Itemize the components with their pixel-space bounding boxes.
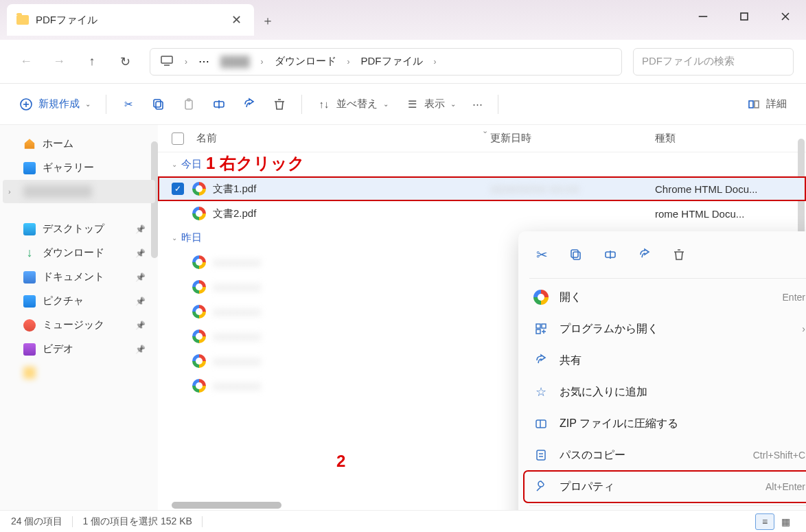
paste-button[interactable]	[175, 91, 203, 118]
sidebar-item-label: ビデオ	[43, 343, 73, 356]
desktop-icon	[23, 223, 36, 235]
ctx-zip[interactable]: ZIP ファイルに圧縮する	[524, 408, 806, 439]
forward-button[interactable]: →	[45, 48, 73, 76]
col-date[interactable]: 更新日時	[490, 132, 655, 145]
breadcrumb-pdffiles[interactable]: PDFファイル	[361, 55, 423, 68]
sidebar-item-video[interactable]: ビデオ	[3, 337, 155, 361]
sort-label: 並べ替え	[336, 97, 378, 111]
file-row-selected[interactable]: ✓ 文書1.pdf 2024/XX/XX XX:XX Chrome HTML D…	[158, 176, 806, 201]
col-type[interactable]: 種類	[655, 132, 792, 145]
more-button[interactable]: ⋯	[465, 91, 490, 118]
details-label: 詳細	[766, 97, 787, 111]
select-all-checkbox[interactable]	[172, 132, 184, 145]
file-date: 2024/XX/XX XX:XX	[490, 183, 655, 195]
view-button[interactable]: ☰ 表示 ⌄	[398, 91, 463, 118]
trash-icon	[273, 97, 286, 111]
details-view-button[interactable]: ≡	[755, 513, 774, 530]
svg-rect-1	[741, 13, 748, 20]
separator	[301, 95, 302, 114]
sidebar-item-blurred[interactable]	[3, 361, 155, 384]
rename-button[interactable]	[205, 91, 233, 118]
ctx-properties[interactable]: プロパティAlt+Enter	[524, 471, 806, 502]
ctx-label: お気に入りに追加	[560, 385, 805, 400]
zip-icon	[533, 416, 549, 431]
video-icon	[23, 343, 36, 356]
tab[interactable]: PDFファイル ✕	[7, 4, 254, 36]
redacted-label	[23, 185, 92, 198]
breadcrumb-redacted[interactable]: ████	[220, 56, 250, 67]
svg-rect-18	[571, 250, 578, 257]
copy-button[interactable]	[561, 241, 591, 268]
ctx-open[interactable]: 開くEnter	[524, 281, 806, 313]
sidebar-item-redacted[interactable]: ›	[3, 180, 155, 203]
new-tab-button[interactable]: ＋	[254, 12, 281, 29]
chevron-right-icon: ›	[347, 57, 350, 67]
chevron-right-icon: ›	[802, 323, 805, 334]
horizontal-scrollbar[interactable]	[172, 502, 281, 509]
ctx-favorite[interactable]: ☆お気に入りに追加	[524, 376, 806, 408]
sidebar-item-gallery[interactable]: ギャラリー	[3, 156, 155, 180]
col-name[interactable]: 名前	[196, 132, 490, 145]
ctx-shortcut: Enter	[783, 292, 805, 303]
music-icon	[23, 319, 36, 332]
ctx-label: 開く	[560, 290, 772, 305]
sidebar-item-desktop[interactable]: デスクトップ	[3, 217, 155, 241]
delete-button[interactable]	[664, 241, 694, 268]
sidebar-item-documents[interactable]: ドキュメント	[3, 265, 155, 289]
status-bar: 24 個の項目 1 個の項目を選択 152 KB ≡ ▦	[0, 510, 806, 532]
more-icon[interactable]: ⋯	[198, 55, 209, 68]
ctx-openwith[interactable]: プログラムから開く›	[524, 313, 806, 345]
breadcrumb-downloads[interactable]: ダウンロード	[275, 55, 336, 68]
ctx-copypath[interactable]: パスのコピーCtrl+Shift+C	[524, 439, 806, 471]
up-button[interactable]: ↑	[78, 48, 106, 76]
search-input[interactable]: PDFファイルの検索	[633, 48, 794, 76]
chrome-icon	[533, 290, 549, 305]
chevron-down-icon[interactable]: ⌄	[482, 126, 488, 135]
sidebar-item-music[interactable]: ミュージック	[3, 313, 155, 337]
cut-button[interactable]: ✂	[115, 91, 142, 118]
folder-icon	[16, 15, 29, 25]
copy-button[interactable]	[145, 91, 172, 118]
copypath-icon	[533, 448, 549, 463]
new-button[interactable]: 新規作成 ⌄	[12, 91, 97, 118]
svg-rect-10	[154, 100, 161, 107]
icons-view-button[interactable]: ▦	[776, 513, 795, 530]
details-button[interactable]: 詳細	[740, 91, 794, 118]
minimize-button[interactable]	[682, 3, 724, 30]
ctx-onedrive[interactable]: ☁OneDrive	[524, 509, 806, 510]
document-icon	[23, 271, 36, 284]
sidebar-item-downloads[interactable]: ↓ダウンロード	[3, 241, 155, 265]
file-type: Chrome HTML Docu...	[655, 183, 792, 195]
address-bar[interactable]: › ⋯ ████ › ダウンロード › PDFファイル ›	[150, 48, 622, 76]
file-row[interactable]: 文書2.pdf rome HTML Docu...	[158, 201, 806, 226]
ctx-shortcut: Ctrl+Shift+C	[753, 450, 805, 461]
content: ⌄ 名前 更新日時 種類 ⌄今日 1 右クリック ✓ 文書1.pdf 2024/…	[158, 125, 806, 510]
cut-button[interactable]: ✂	[527, 241, 557, 268]
sidebar-item-label: ドキュメント	[43, 270, 104, 284]
details-icon	[747, 97, 761, 111]
sort-button[interactable]: ↑↓ 並べ替え ⌄	[310, 91, 395, 118]
share-button[interactable]	[630, 241, 660, 268]
rename-button[interactable]	[595, 241, 625, 268]
chevron-down-icon: ⌄	[383, 100, 389, 108]
sidebar-item-pictures[interactable]: ピクチャ	[3, 289, 155, 313]
copy-icon	[152, 97, 165, 111]
close-button[interactable]	[765, 3, 806, 30]
view-toggle: ≡ ▦	[755, 513, 795, 530]
ctx-share[interactable]: 共有	[524, 345, 806, 376]
svg-rect-26	[537, 450, 545, 460]
chevron-right-icon: ›	[8, 187, 11, 196]
delete-button[interactable]	[266, 91, 293, 118]
maximize-button[interactable]	[724, 3, 765, 30]
column-headers: ⌄ 名前 更新日時 種類	[158, 125, 806, 152]
back-button[interactable]: ←	[12, 48, 40, 76]
pc-icon	[160, 54, 174, 70]
share-button[interactable]	[235, 91, 263, 118]
row-checkbox[interactable]: ✓	[172, 183, 184, 195]
annotation-2: 2	[336, 452, 345, 471]
tab-close-button[interactable]: ✕	[228, 12, 244, 27]
svg-rect-17	[573, 252, 580, 259]
group-today[interactable]: ⌄今日	[158, 152, 806, 176]
sidebar-item-home[interactable]: ホーム	[3, 132, 155, 156]
refresh-button[interactable]: ↻	[111, 48, 139, 76]
